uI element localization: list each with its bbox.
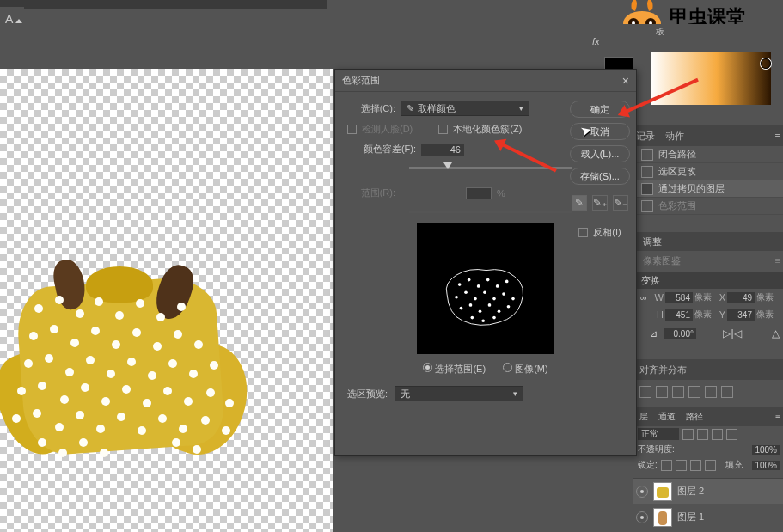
align-icon[interactable]	[688, 386, 700, 398]
preview-label: 选区预览:	[347, 388, 388, 401]
filter-icon[interactable]	[682, 429, 694, 440]
visibility-icon[interactable]	[636, 511, 648, 523]
localized-checkbox[interactable]	[438, 125, 448, 134]
color-picker-ring-icon[interactable]	[761, 58, 771, 69]
tab-actions[interactable]: 动作	[665, 130, 684, 143]
selection-preview-dropdown[interactable]: 无 ▾	[395, 386, 523, 401]
svg-point-5	[458, 283, 462, 286]
svg-point-26	[492, 316, 496, 320]
svg-point-9	[496, 284, 499, 288]
align-icon[interactable]	[639, 386, 651, 398]
width-input[interactable]: 584	[665, 292, 693, 303]
svg-point-12	[464, 290, 468, 294]
dialog-title: 色彩范围	[342, 74, 380, 87]
svg-point-7	[477, 284, 480, 288]
panel-tabs-history: 记录 动作 ≡	[633, 125, 783, 146]
flip-h-icon[interactable]: ▷|◁	[723, 327, 741, 339]
color-field[interactable]	[651, 52, 771, 105]
chevron-down-icon: ▾	[513, 389, 517, 398]
path-tool-icon[interactable]	[15, 19, 22, 23]
angle-icon: ⊿	[650, 328, 660, 339]
fuzziness-input[interactable]: 46	[421, 144, 464, 156]
layer-thumbnail[interactable]	[653, 508, 672, 527]
layer-thumbnail[interactable]	[653, 482, 672, 501]
blend-mode-select[interactable]: 正常	[638, 428, 679, 440]
filter-icon[interactable]	[726, 429, 737, 440]
svg-point-10	[505, 280, 509, 284]
lock-icon[interactable]	[705, 460, 716, 471]
range-swatch	[466, 187, 492, 199]
layer-name[interactable]: 图层 2	[677, 485, 704, 498]
close-icon[interactable]: ×	[622, 74, 629, 88]
dialog-titlebar[interactable]: 色彩范围 ×	[335, 70, 636, 92]
eyedropper-sub-icon[interactable]: ✎₋	[613, 195, 628, 211]
svg-point-14	[483, 290, 486, 294]
filter-icon[interactable]	[712, 429, 723, 440]
y-input[interactable]: 347	[727, 309, 755, 321]
svg-point-8	[486, 278, 490, 282]
range-label: 范围(R):	[347, 187, 395, 199]
invert-checkbox[interactable]	[578, 228, 588, 237]
fill-input[interactable]: 100%	[752, 461, 780, 470]
history-item[interactable]: 闭合路径	[633, 146, 783, 163]
svg-point-11	[455, 296, 458, 299]
filter-icon[interactable]	[697, 429, 708, 440]
link-icon[interactable]: ∞	[638, 292, 650, 303]
svg-point-17	[511, 297, 515, 301]
radio-selection[interactable]: 选择范围(E)	[423, 363, 486, 376]
svg-point-15	[492, 297, 496, 301]
radio-image[interactable]: 图像(M)	[503, 363, 548, 376]
tab-history[interactable]: 记录	[636, 130, 655, 143]
align-panel	[633, 380, 783, 404]
tab-adjustments[interactable]: 调整	[643, 235, 662, 248]
layer-row[interactable]: 图层 2	[633, 478, 783, 504]
tab-paths[interactable]: 路径	[686, 411, 703, 423]
color-range-dialog: 色彩范围 × 选择(C): ✎ 取样颜色 ▾ 检测人脸(D) 本地化颜色簇(Z)…	[334, 69, 637, 456]
load-button[interactable]: 载入(L)...	[570, 145, 630, 162]
svg-point-6	[468, 278, 471, 282]
svg-point-13	[474, 297, 477, 301]
fx-label: fx	[592, 36, 600, 46]
layer-name[interactable]: 图层 1	[677, 511, 704, 523]
history-item[interactable]: 通过拷贝的图层	[633, 180, 783, 198]
tab-channels[interactable]: 通道	[658, 411, 676, 423]
eyedropper-icon: ✎	[407, 103, 414, 114]
lock-icon[interactable]	[690, 460, 701, 471]
layer-content-shirt	[0, 258, 242, 497]
canvas[interactable]	[0, 69, 333, 532]
angle-input[interactable]: 0.00°	[664, 328, 696, 339]
svg-point-21	[488, 303, 492, 307]
swatches-row: 像素图鉴 ≡	[633, 251, 783, 270]
text-tool-icon[interactable]: A	[5, 12, 13, 26]
flyout-menu-icon[interactable]: ≡	[775, 131, 778, 141]
save-button[interactable]: 存储(S)...	[570, 168, 630, 185]
svg-point-16	[502, 292, 505, 296]
history-item[interactable]: 选区更改	[633, 163, 783, 180]
transform-panel: ∞ W 584 像素 X 49 像素 H 451 像素 Y 347 像素 ⊿ 0…	[633, 289, 783, 342]
visibility-icon[interactable]	[636, 486, 648, 498]
align-icon[interactable]	[721, 386, 733, 398]
slider-handle-icon[interactable]	[443, 162, 452, 169]
flyout-menu-icon[interactable]: ≡	[775, 413, 778, 422]
lock-icon[interactable]	[661, 460, 672, 471]
lock-icon[interactable]	[676, 460, 687, 471]
x-input[interactable]: 49	[727, 292, 755, 303]
history-item[interactable]: 色彩范围	[633, 198, 783, 215]
eyedropper-add-icon[interactable]: ✎₊	[592, 195, 608, 211]
layer-row[interactable]: 图层 1	[633, 504, 783, 529]
align-icon[interactable]	[705, 386, 717, 398]
height-input[interactable]: 451	[665, 309, 693, 321]
eyedropper-icon[interactable]: ✎	[572, 195, 587, 211]
flip-v-icon[interactable]: △	[772, 327, 780, 339]
align-header: 对齐并分布	[633, 359, 783, 380]
tab-layers[interactable]: 层	[639, 411, 648, 423]
svg-point-22	[498, 309, 501, 313]
fuzziness-label: 颜色容差(F):	[347, 143, 416, 156]
svg-point-24	[471, 316, 474, 320]
layers-list: 图层 2 图层 1	[633, 478, 783, 529]
select-method-dropdown[interactable]: ✎ 取样颜色 ▾	[401, 101, 529, 116]
opacity-input[interactable]: 100%	[752, 445, 780, 455]
flyout-menu-icon[interactable]: ≡	[775, 255, 778, 266]
align-icon[interactable]	[656, 386, 668, 398]
align-icon[interactable]	[672, 386, 684, 398]
